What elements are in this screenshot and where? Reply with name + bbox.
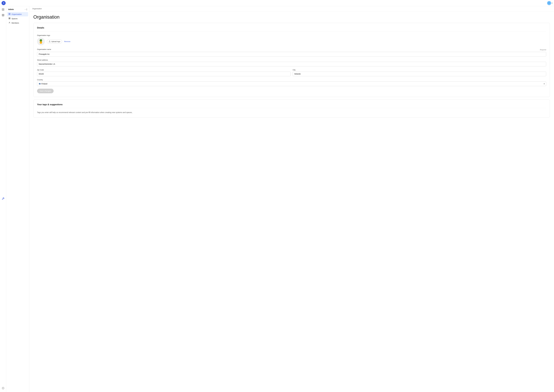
tools-icon[interactable] — [1, 196, 5, 201]
topbar: ✦ K ▾ — [0, 0, 554, 6]
details-card: Details Organisation logo 🍍 Upload logo … — [33, 23, 550, 97]
tags-description: Tags you enter will help us recommend re… — [37, 111, 546, 114]
organisation-icon — [8, 13, 11, 15]
org-name-label: Organisation name — [37, 48, 51, 50]
avatar: K — [547, 1, 551, 5]
logo-row: 🍍 Upload logo Remove — [37, 38, 546, 45]
logo-emoji: 🍍 — [38, 39, 43, 44]
chevron-down-icon: ▾ — [552, 2, 553, 4]
icon-rail — [0, 6, 6, 392]
app-logo[interactable]: ✦ — [1, 1, 6, 5]
building-icon[interactable] — [1, 13, 5, 17]
upload-logo-button[interactable]: Upload logo — [47, 40, 62, 43]
svg-rect-0 — [2, 9, 3, 11]
sidebar-header: Admin ←| — [7, 8, 28, 12]
svg-rect-9 — [9, 14, 9, 15]
save-changes-button[interactable]: Save changes — [37, 89, 54, 93]
sidebar-item-organisation[interactable]: Organisation — [7, 12, 28, 16]
logo-preview: 🍍 — [37, 38, 45, 45]
sidebar-item-label: Members — [12, 22, 19, 24]
street-address-group: Street address — [37, 59, 546, 66]
svg-rect-11 — [10, 18, 10, 18]
sidebar-item-label: Organisation — [12, 13, 22, 15]
country-group: Country 🇫🇮 Finland 🇸🇪 Sweden 🇳🇴 Norway 🇩… — [37, 79, 546, 86]
svg-rect-7 — [10, 13, 10, 14]
svg-rect-13 — [10, 19, 10, 19]
svg-rect-10 — [9, 18, 9, 18]
country-label: Country — [37, 79, 546, 81]
city-label: City — [293, 69, 546, 71]
sidebar-item-spaces[interactable]: Spaces — [7, 16, 28, 21]
logo-section: Organisation logo 🍍 Upload logo Remove — [37, 34, 546, 45]
sidebar-collapse-button[interactable]: ←| — [25, 8, 27, 11]
svg-rect-12 — [9, 19, 9, 19]
page-title: Organisation — [33, 14, 550, 20]
zip-code-input[interactable] — [37, 72, 291, 76]
sidebar-title: Admin — [8, 8, 14, 10]
svg-rect-8 — [10, 14, 10, 15]
city-input[interactable] — [293, 72, 546, 76]
svg-rect-2 — [2, 14, 4, 16]
org-name-group: Organisation name Required — [37, 48, 546, 56]
details-card-title: Details — [37, 27, 546, 31]
tags-card-title: Your tags & suggestions — [37, 103, 546, 108]
main-content: Organisation Organisation Details Organi… — [29, 6, 554, 392]
logo-label: Organisation logo — [37, 34, 546, 36]
svg-rect-1 — [3, 9, 4, 11]
zip-city-row: Zip Code City — [37, 69, 546, 79]
sidebar-item-label: Spaces — [12, 18, 18, 20]
country-select[interactable]: 🇫🇮 Finland 🇸🇪 Sweden 🇳🇴 Norway 🇩🇰 Denmar… — [37, 82, 546, 86]
country-select-wrapper: 🇫🇮 Finland 🇸🇪 Sweden 🇳🇴 Norway 🇩🇰 Denmar… — [37, 82, 546, 86]
zip-label: Zip Code — [37, 69, 291, 71]
info-icon[interactable] — [1, 386, 5, 391]
zip-code-group: Zip Code — [37, 69, 291, 76]
sidebar: Admin ←| Organisation Spaces Members — [6, 6, 29, 392]
street-address-input[interactable] — [37, 62, 546, 66]
tags-card: Your tags & suggestions Tags you enter w… — [33, 100, 550, 118]
sidebar-item-members[interactable]: Members — [7, 21, 28, 25]
street-label: Street address — [37, 59, 546, 61]
breadcrumb: Organisation — [29, 6, 554, 11]
remove-logo-button[interactable]: Remove — [64, 41, 70, 42]
city-group: City — [293, 69, 546, 76]
svg-rect-6 — [9, 13, 9, 14]
svg-point-14 — [9, 22, 10, 23]
user-menu[interactable]: K ▾ — [547, 1, 553, 5]
required-badge: Required — [540, 49, 546, 51]
members-icon — [8, 22, 11, 24]
book-icon[interactable] — [1, 7, 5, 12]
spaces-icon — [8, 17, 11, 20]
org-name-input[interactable] — [37, 52, 546, 56]
